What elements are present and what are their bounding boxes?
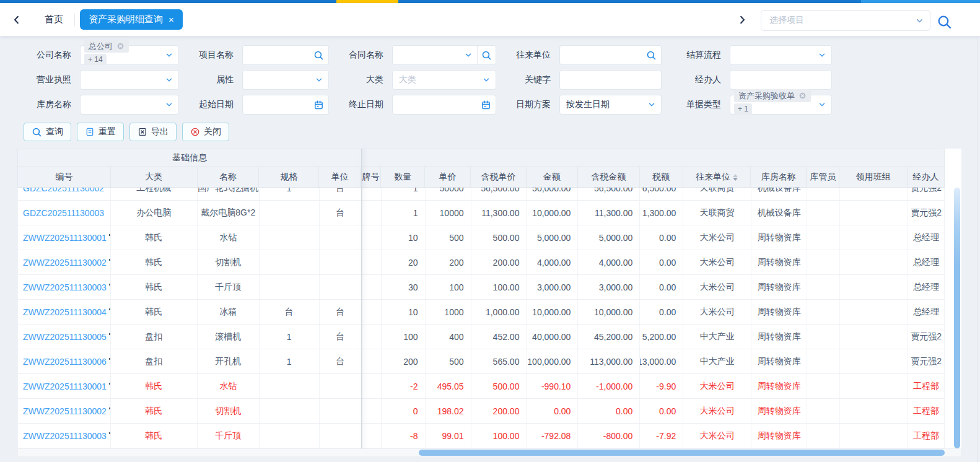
global-search-icon[interactable]	[937, 14, 952, 30]
cell-amount: 10,000.00	[527, 300, 578, 324]
document-id-link[interactable]: GDZC202511130003	[23, 208, 104, 218]
document-id-link[interactable]: ZWWZ202511130004	[23, 307, 107, 317]
table-row[interactable]: ZWWZ202511130003韩氏千斤顶30100100.003,000.00…	[18, 275, 945, 300]
document-id-link[interactable]: ZWWZ202511130001	[23, 233, 107, 243]
project-select-dropdown[interactable]: 选择项目	[761, 10, 930, 31]
cell-handler: 总经理	[908, 275, 945, 299]
column-header-counterparty[interactable]: 往来单位	[683, 167, 751, 187]
cell-storekeeper	[807, 250, 840, 274]
vertical-scrollbar-thumb[interactable]	[954, 188, 960, 448]
tabs-scroll-left-button[interactable]	[9, 12, 25, 28]
document-id-link[interactable]: ZWWZ202511130001	[23, 381, 107, 391]
column-header-tax[interactable]: 税额	[640, 167, 683, 187]
filter-business-license-field[interactable]	[80, 70, 179, 90]
column-header-quantity[interactable]: 数量	[381, 167, 425, 187]
project-select-placeholder: 选择项目	[769, 15, 804, 26]
filter-handler-input[interactable]	[730, 70, 832, 90]
tab-asset-purchase-detail-query[interactable]: 资产采购明细查询 ×	[80, 9, 183, 30]
table-row[interactable]: ZWWZ202511130006盘扣开孔机1台200500565.00100,0…	[18, 349, 945, 374]
table-row[interactable]: ZWWZ202511130001韩氏水钻10500500.005,000.005…	[18, 225, 945, 250]
table-row[interactable]: ZWWZ202511130002韩氏切割机0198.02200.000.000.…	[18, 399, 945, 424]
calendar-icon[interactable]	[313, 100, 324, 110]
tab-close-icon[interactable]: ×	[168, 15, 174, 24]
cell-warehouse: 周转物资库	[751, 349, 807, 373]
cell-unit: 台	[320, 188, 362, 200]
column-header-unit-price[interactable]: 单价	[425, 167, 471, 187]
filter-warehouse-name-field[interactable]	[80, 95, 179, 115]
filter-project-name-field[interactable]	[242, 45, 329, 65]
chevron-down-icon	[464, 51, 473, 59]
search-icon[interactable]	[313, 50, 324, 61]
chevron-down-icon	[165, 76, 173, 84]
column-header-label: 金额	[543, 172, 561, 183]
cell-team	[840, 374, 908, 398]
document-id-link[interactable]: ZWWZ202511130005	[23, 332, 107, 342]
column-header-unit[interactable]: 单位	[319, 167, 361, 187]
more-tags-chip[interactable]: + 1	[734, 103, 752, 115]
filter-end-date-field[interactable]	[392, 95, 496, 115]
tag-remove-icon[interactable]	[798, 92, 807, 100]
cell-warehouse: 机械设备库	[751, 201, 807, 225]
filter-contract-name-field[interactable]	[392, 45, 496, 65]
column-header-label: 规格	[280, 172, 297, 183]
filter-company-name-field[interactable]: 总公司+ 14	[80, 45, 179, 65]
document-id-link[interactable]: ZWWZ202511130003	[23, 431, 107, 441]
panel-right-border	[977, 36, 978, 462]
tag-remove-icon[interactable]	[116, 42, 125, 50]
search-icon[interactable]	[477, 46, 496, 64]
column-header-amount[interactable]: 金额	[527, 167, 578, 187]
table-row[interactable]: ZWWZ202511130003韩氏千斤顶-899.01100.00-792.0…	[18, 424, 945, 448]
table-row[interactable]: GDZC202511130002工程机械国产轮式挖掘机1台15000056,50…	[18, 188, 945, 201]
column-header-id[interactable]: 编号	[18, 167, 111, 187]
cell-unit	[320, 399, 362, 423]
table-row[interactable]: ZWWZ202511130002韩氏切割机20200200.004,000.00…	[18, 250, 945, 275]
column-header-team[interactable]: 领用班组	[839, 167, 908, 187]
cell-brand-no	[362, 325, 382, 349]
table-row[interactable]: ZWWZ202511130001韩氏水钻-2495.05500.00-990.1…	[18, 374, 945, 399]
table-row[interactable]: GDZC202511130003办公电脑戴尔电脑8G*2台11000011,30…	[18, 201, 945, 225]
export-button[interactable]: 导出	[129, 123, 177, 141]
filter-doc-type-field[interactable]: 资产采购验收单+ 1	[730, 95, 832, 115]
search-icon	[32, 127, 42, 137]
cell-spec	[260, 250, 320, 274]
filter-counterparty-field[interactable]	[559, 45, 662, 65]
column-header-brand-no[interactable]: 牌号	[361, 167, 381, 187]
horizontal-scrollbar-thumb[interactable]	[419, 450, 945, 456]
document-id-link[interactable]: ZWWZ202511130006	[23, 357, 107, 367]
query-button[interactable]: 查询	[24, 123, 71, 141]
cell-spec	[260, 424, 320, 448]
document-id-link[interactable]: ZWWZ202511130002	[23, 406, 107, 416]
column-header-storekeeper[interactable]: 库管员	[807, 167, 839, 187]
column-header-tax-incl-unit-price[interactable]: 含税单价	[471, 167, 527, 187]
sort-icon[interactable]	[733, 174, 738, 181]
column-header-spec[interactable]: 规格	[259, 167, 319, 187]
search-icon[interactable]	[646, 50, 657, 61]
column-header-warehouse[interactable]: 库房名称	[751, 167, 807, 187]
table-row[interactable]: ZWWZ202511130004韩氏冰箱台台1010001,000.0010,0…	[18, 300, 945, 325]
filter-keyword-input[interactable]	[559, 70, 662, 90]
calendar-icon[interactable]	[481, 100, 491, 110]
reset-button[interactable]: 重置	[77, 123, 124, 141]
cell-unit: 台	[320, 349, 362, 373]
column-header-name[interactable]: 名称	[198, 167, 260, 187]
filter-panel: 公司名称总公司+ 14项目名称合同名称往来单位结算流程营业执照属性大类大类关键字…	[0, 36, 980, 120]
close-circle-icon	[190, 127, 200, 137]
document-id-link[interactable]: ZWWZ202511130003	[23, 282, 107, 292]
close-button[interactable]: 关闭	[182, 123, 229, 141]
tabs-scroll-right-button[interactable]	[734, 12, 750, 28]
more-tags-chip[interactable]: + 14	[84, 54, 107, 65]
column-header-category[interactable]: 大类	[111, 167, 198, 187]
document-id-link[interactable]: ZWWZ202511130002	[23, 258, 107, 268]
filter-category-field[interactable]: 大类	[392, 70, 496, 90]
table-row[interactable]: ZWWZ202511130005盘扣滚槽机1台100400452.0040,00…	[18, 325, 945, 349]
filter-settlement-flow-field[interactable]	[730, 45, 832, 65]
filter-start-date-field[interactable]	[242, 95, 329, 115]
filter-date-scheme-field[interactable]: 按发生日期	[559, 95, 662, 115]
filter-attribute-field[interactable]	[242, 70, 329, 90]
column-header-handler[interactable]: 经办人	[908, 167, 944, 187]
cell-handler: 贾元强2	[908, 349, 945, 373]
frozen-columns-divider[interactable]	[361, 149, 362, 448]
column-header-tax-incl-amount[interactable]: 含税金额	[578, 167, 640, 187]
document-id-link[interactable]: GDZC202511130002	[23, 188, 104, 193]
tab-home[interactable]: 首页	[36, 14, 72, 25]
